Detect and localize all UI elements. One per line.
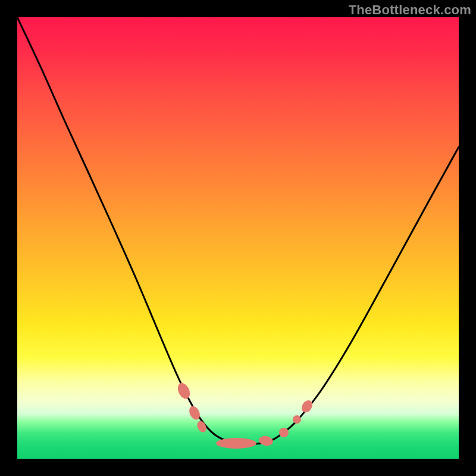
curve-marker-4	[258, 435, 274, 447]
curve-markers	[176, 381, 315, 449]
curve-marker-0	[176, 381, 192, 400]
chart-svg	[17, 17, 459, 459]
curve-marker-7	[299, 398, 314, 414]
curve-marker-3	[216, 438, 256, 449]
curve-marker-5	[279, 428, 289, 437]
bottleneck-curve	[17, 17, 459, 444]
chart-frame	[17, 17, 459, 459]
curve-path	[17, 17, 459, 444]
curve-marker-6	[293, 415, 301, 424]
watermark-text: TheBottleneck.com	[349, 2, 471, 18]
